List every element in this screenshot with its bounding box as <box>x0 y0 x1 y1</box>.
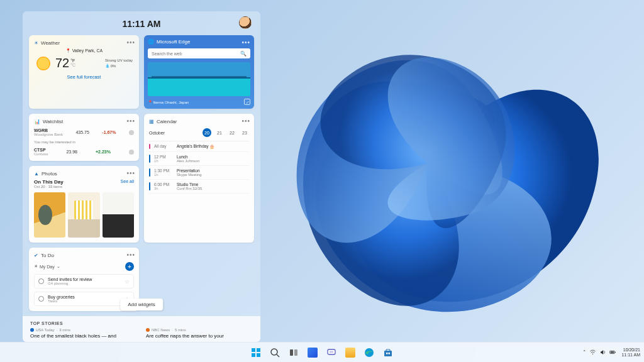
todo-icon: ✔ <box>34 253 38 258</box>
checkbox-icon[interactable] <box>38 278 44 284</box>
weather-notes: Strong UV today💧 0% <box>105 58 133 68</box>
more-icon[interactable]: ••• <box>126 118 135 124</box>
svg-point-10 <box>331 351 332 353</box>
add-widgets-button[interactable]: Add widgets <box>120 299 163 310</box>
weather-temp: 72 <box>55 56 69 70</box>
calendar-event[interactable]: All day Angela's Birthday 🎂 <box>149 141 249 152</box>
calendar-day[interactable]: 23 <box>240 128 249 137</box>
svg-point-4 <box>271 349 277 355</box>
svg-rect-0 <box>252 348 255 352</box>
taskbar: ˄ 10/20/21 11:11 AM <box>0 342 644 362</box>
more-icon[interactable]: ••• <box>126 39 135 46</box>
edge-search[interactable]: 🔍 <box>148 48 250 58</box>
volume-icon[interactable] <box>599 349 606 356</box>
explorer-button[interactable] <box>342 344 358 361</box>
watchlist-title: Watchlist <box>43 119 63 124</box>
start-button[interactable] <box>248 344 264 361</box>
source-icon <box>30 328 34 332</box>
svg-rect-7 <box>294 349 297 356</box>
calendar-widget[interactable]: ▦Calendar ••• October 20 21 22 23 All da… <box>144 114 254 243</box>
chevron-up-icon[interactable]: ˄ <box>583 349 586 356</box>
more-icon[interactable]: ••• <box>242 39 250 46</box>
widgets-panel: 11:11 AM ☀Weather ••• 📍 Valley Park, CA … <box>23 11 260 342</box>
todo-item[interactable]: Buy groceriesTasks ☆ <box>34 292 134 306</box>
event-color-bar <box>149 168 150 177</box>
battery-icon[interactable] <box>609 349 616 356</box>
edge-image[interactable] <box>148 62 250 96</box>
search-icon[interactable]: 🔍 <box>240 51 247 57</box>
photos-title: Photos <box>42 171 57 177</box>
weather-title: Weather <box>41 40 60 46</box>
star-icon[interactable]: ☆ <box>125 278 130 285</box>
watchlist-widget[interactable]: 📊Watchlist ••• WGRBWoodgrove Bank 435.75… <box>29 114 139 161</box>
photos-widget[interactable]: ▲Photos ••• On This Day See all Oct 20 ·… <box>29 166 139 243</box>
event-color-bar <box>149 155 150 163</box>
calendar-month: October <box>149 131 165 135</box>
edge-button[interactable] <box>361 344 377 361</box>
source-icon <box>146 328 150 332</box>
forecast-link[interactable]: See full forecast <box>34 74 134 80</box>
news-title: One of the smallest black holes — and <box>30 333 137 339</box>
more-icon[interactable]: ••• <box>126 251 135 258</box>
taskview-button[interactable] <box>286 344 302 361</box>
calendar-day[interactable]: 20 <box>203 128 211 137</box>
svg-rect-6 <box>290 349 293 356</box>
weather-icon: ☀ <box>34 40 38 46</box>
svg-point-9 <box>330 351 331 353</box>
watchlist-row[interactable]: CTSPContoso 23.98 +2.23% <box>34 148 134 156</box>
photos-subtitle: Oct 20 · 33 items <box>34 185 134 189</box>
photo-thumb[interactable] <box>34 192 65 238</box>
calendar-event[interactable]: 1:30 PM1h PresentationSkype Meeting <box>149 166 249 180</box>
news-heading: TOP STORIES <box>30 321 253 326</box>
weather-location: 📍 Valley Park, CA <box>34 48 134 53</box>
chat-button[interactable] <box>323 344 340 361</box>
svg-rect-2 <box>252 353 255 357</box>
ticker-change: -1.67% <box>102 130 116 134</box>
calendar-event[interactable]: 12 PM1h LunchAlex Johnson <box>149 152 249 166</box>
watchlist-row[interactable]: WGRBWoodgrove Bank 435.75 -1.67% <box>34 128 134 136</box>
news-item[interactable]: USA Today · 3 mins One of the smallest b… <box>30 328 137 339</box>
svg-rect-15 <box>386 353 388 354</box>
edge-widget[interactable]: 🌐Microsoft Edge ••• 🔍 📍 Ikema Ohashi, Ja… <box>144 35 254 109</box>
checkbox-icon[interactable] <box>38 296 44 302</box>
myday-dropdown[interactable]: ☀ My Day ⌄ <box>34 264 60 269</box>
calendar-event[interactable]: 6:00 PM3h Studio TimeConf Rm 32/35 <box>149 180 249 194</box>
ticker-symbol: WGRB <box>34 128 63 133</box>
photo-thumb[interactable] <box>103 192 134 238</box>
svg-point-17 <box>592 354 593 354</box>
calendar-icon: ▦ <box>149 119 154 124</box>
photo-thumb[interactable] <box>68 192 99 238</box>
calendar-day[interactable]: 22 <box>228 128 236 137</box>
svg-rect-19 <box>615 352 616 353</box>
wifi-icon[interactable] <box>589 349 596 356</box>
news-section: TOP STORIES USA Today · 3 mins One of th… <box>23 316 260 342</box>
calendar-title: Calendar <box>157 119 177 124</box>
more-icon[interactable]: ••• <box>242 118 250 124</box>
photos-icon: ▲ <box>34 171 39 177</box>
panel-time: 11:11 AM <box>123 19 161 29</box>
widgets-button[interactable] <box>304 344 321 361</box>
search-button[interactable] <box>267 344 283 361</box>
add-task-button[interactable]: + <box>125 262 134 271</box>
tray-clock[interactable]: 10/20/21 11:11 AM <box>621 348 640 357</box>
event-color-bar <box>149 144 150 149</box>
expand-icon[interactable]: ⤢ <box>244 99 250 105</box>
photos-heading: On This Day <box>34 179 64 185</box>
sparkline-icon <box>129 130 134 135</box>
sun-icon <box>36 57 50 70</box>
user-avatar[interactable] <box>239 16 252 29</box>
edge-icon: 🌐 <box>148 39 154 45</box>
watchlist-interest: You may be interested in <box>34 140 134 144</box>
weather-widget[interactable]: ☀Weather ••• 📍 Valley Park, CA 72°F°C St… <box>29 35 139 109</box>
more-icon[interactable]: ••• <box>126 170 135 177</box>
search-input[interactable] <box>152 52 240 56</box>
news-item[interactable]: NBC News · 5 mins Are coffee naps the an… <box>146 328 253 339</box>
todo-item[interactable]: Send invites for reviewG4 planning ☆ <box>34 274 134 288</box>
ticker-symbol: CTSP <box>34 148 48 152</box>
chart-icon: 📊 <box>34 119 40 124</box>
svg-point-11 <box>332 351 333 353</box>
store-button[interactable] <box>380 344 396 361</box>
sparkline-icon <box>129 150 134 155</box>
see-all-link[interactable]: See all <box>121 179 134 184</box>
calendar-day[interactable]: 21 <box>215 128 224 137</box>
